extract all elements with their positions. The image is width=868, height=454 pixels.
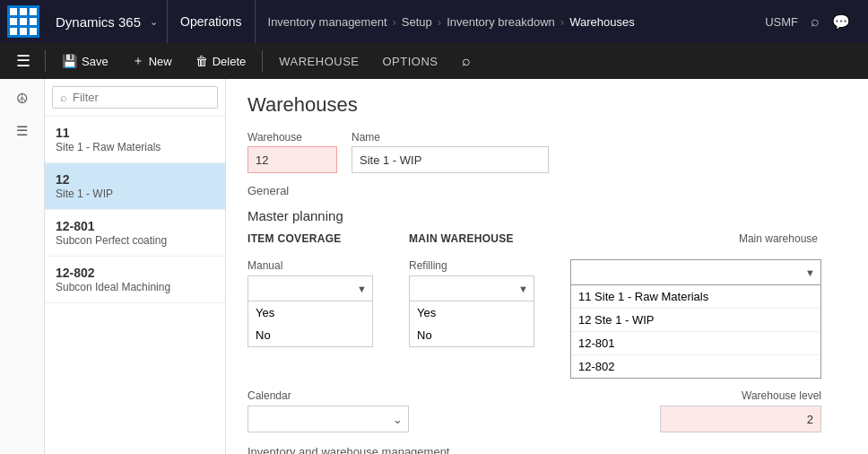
mw-option-1[interactable]: 12 Ste 1 - WIP xyxy=(571,309,820,332)
bc-sep-1: › xyxy=(393,15,396,29)
list-item-12-802-name: Subcon Ideal Machining xyxy=(56,281,214,293)
item-coverage-col: ITEM COVERAGE xyxy=(247,232,409,252)
save-icon: 💾 xyxy=(62,54,77,68)
search-icon[interactable]: ⌕ xyxy=(811,13,820,30)
refilling-yes-option[interactable]: Yes xyxy=(410,301,534,324)
mw-option-3[interactable]: 12-802 xyxy=(571,355,820,378)
manual-yes-option[interactable]: Yes xyxy=(248,301,372,324)
operations-section: Operations xyxy=(168,0,255,43)
main-warehouse-arrow: ▼ xyxy=(805,267,815,278)
warehouse-level-field[interactable]: 2 xyxy=(660,406,821,432)
chat-icon[interactable]: 💬 xyxy=(832,13,850,31)
brand-chevron-icon: ⌄ xyxy=(150,16,158,28)
mw-option-0[interactable]: 11 Site 1 - Raw Materials xyxy=(571,285,820,309)
manual-col: Manual ▼ Yes No xyxy=(247,259,409,347)
filter-box: ⌕ xyxy=(45,79,225,117)
general-section-header: General xyxy=(247,184,846,197)
tab-options[interactable]: OPTIONS xyxy=(371,43,448,79)
warehouse-input[interactable] xyxy=(247,146,337,173)
main-warehouse-header: MAIN WAREHOUSE xyxy=(409,232,570,245)
main-warehouse-right-label: Main warehouse xyxy=(570,232,821,245)
filter-search-icon: ⌕ xyxy=(60,91,67,104)
save-button[interactable]: 💾 Save xyxy=(51,43,119,79)
main-warehouse-right-col: Main warehouse xyxy=(570,232,821,252)
add-icon: ＋ xyxy=(132,53,144,69)
list-item-12-name: Site 1 - WIP xyxy=(56,188,214,200)
refilling-label: Refilling xyxy=(409,259,570,272)
list-item-12-id: 12 xyxy=(56,172,214,187)
list-item-12-802-id: 12-802 xyxy=(56,266,214,280)
delete-icon: 🗑 xyxy=(195,54,208,68)
top-navigation: Dynamics 365 ⌄ Operations Inventory mana… xyxy=(0,0,868,43)
list-item-12-801-name: Subcon Perfect coating xyxy=(56,234,214,247)
list-item-12[interactable]: 12 Site 1 - WIP xyxy=(45,163,225,210)
bc-inventory-breakdown[interactable]: Inventory breakdown xyxy=(447,15,555,29)
list-item-12-801-id: 12-801 xyxy=(56,219,214,233)
brand-section: Dynamics 365 ⌄ xyxy=(47,0,168,43)
warehouse-level-col: Warehouse level 2 xyxy=(570,389,821,432)
apps-button[interactable] xyxy=(7,5,39,38)
page-title: Warehouses xyxy=(247,93,846,117)
warehouse-field-group: Warehouse xyxy=(247,131,337,173)
manual-dropdown-wrapper: ▼ Yes No xyxy=(247,275,373,347)
calendar-dropdown[interactable]: ⌄ xyxy=(247,406,409,432)
list-item-12-801[interactable]: 12-801 Subcon Perfect coating xyxy=(45,210,225,257)
manual-dropdown-arrow: ▼ xyxy=(357,284,367,294)
list-icon[interactable]: ☰ xyxy=(8,118,37,144)
hamburger-icon[interactable]: ☰ xyxy=(7,43,39,79)
breadcrumb: Inventory management › Setup › Inventory… xyxy=(256,15,755,29)
main-warehouse-dropdown: ▼ 11 Site 1 - Raw Materials 12 Ste 1 - W… xyxy=(570,259,821,379)
sidebar-icon-strip: ☮ ☰ xyxy=(0,79,45,454)
toolbar-divider-2 xyxy=(262,50,263,72)
toolbar: ☰ 💾 Save ＋ New 🗑 Delete WAREHOUSE OPTION… xyxy=(0,43,868,79)
bc-sep-2: › xyxy=(438,15,441,29)
warehouse-label: Warehouse xyxy=(247,131,337,144)
brand-name: Dynamics 365 xyxy=(56,14,141,30)
refilling-no-option[interactable]: No xyxy=(410,324,534,346)
refilling-dropdown-wrapper: ▼ Yes No xyxy=(409,275,534,347)
manual-no-option[interactable]: No xyxy=(248,324,372,346)
toolbar-search-button[interactable]: ⌕ xyxy=(458,49,474,73)
new-label: New xyxy=(149,55,172,68)
refilling-dropdown-trigger[interactable]: ▼ xyxy=(410,276,534,301)
item-coverage-header: ITEM COVERAGE xyxy=(247,232,409,245)
nav-right: USMF ⌕ 💬 xyxy=(754,13,861,31)
content-area: Warehouses Warehouse Name General Master… xyxy=(226,79,868,454)
name-input[interactable] xyxy=(352,146,549,173)
new-button[interactable]: ＋ New xyxy=(121,43,183,79)
warehouse-name-row: Warehouse Name xyxy=(247,131,846,173)
filter-icon[interactable]: ☮ xyxy=(8,86,37,111)
name-label: Name xyxy=(352,131,549,144)
filter-input[interactable] xyxy=(73,91,210,104)
warehouse-level-value: 2 xyxy=(807,413,813,426)
manual-dropdown-trigger[interactable]: ▼ xyxy=(248,276,372,301)
bc-warehouses[interactable]: Warehouses xyxy=(569,15,635,29)
main-warehouse-trigger[interactable]: ▼ xyxy=(571,260,820,285)
sidebar-list: 11 Site 1 - Raw Materials 12 Site 1 - WI… xyxy=(45,117,225,454)
warehouse-level-label: Warehouse level xyxy=(742,389,821,402)
tab-warehouse[interactable]: WAREHOUSE xyxy=(268,43,369,79)
refilling-dropdown-arrow: ▼ xyxy=(518,284,528,294)
list-item-12-802[interactable]: 12-802 Subcon Ideal Machining xyxy=(45,257,225,303)
sidebar-list-area: ⌕ 11 Site 1 - Raw Materials 12 Site 1 - … xyxy=(45,79,225,454)
main-warehouse-dropdown-col: ▼ 11 Site 1 - Raw Materials 12 Ste 1 - W… xyxy=(570,259,821,379)
save-label: Save xyxy=(82,55,108,68)
filter-input-wrapper[interactable]: ⌕ xyxy=(52,86,218,109)
sidebar: ☮ ☰ ⌕ 11 Site 1 - Raw Materials 12 xyxy=(0,79,226,454)
calendar-col: Calendar ⌄ xyxy=(247,389,570,432)
list-item-11[interactable]: 11 Site 1 - Raw Materials xyxy=(45,117,225,163)
delete-button[interactable]: 🗑 Delete xyxy=(185,43,257,79)
bc-inventory-mgmt[interactable]: Inventory management xyxy=(268,15,387,29)
calendar-dropdown-arrow: ⌄ xyxy=(393,413,403,426)
bc-setup[interactable]: Setup xyxy=(402,15,432,29)
inventory-wm-label: Inventory and warehouse management xyxy=(247,445,846,454)
main-warehouse-col: MAIN WAREHOUSE xyxy=(409,232,570,252)
refilling-col: Refilling ▼ Yes No xyxy=(409,259,570,347)
master-planning-title: Master planning xyxy=(247,208,846,223)
list-item-11-name: Site 1 - Raw Materials xyxy=(56,141,214,153)
mw-option-2[interactable]: 12-801 xyxy=(571,332,820,355)
name-field-group: Name xyxy=(352,131,549,173)
operations-label: Operations xyxy=(180,14,241,29)
calendar-label: Calendar xyxy=(247,389,570,402)
delete-label: Delete xyxy=(213,55,247,68)
